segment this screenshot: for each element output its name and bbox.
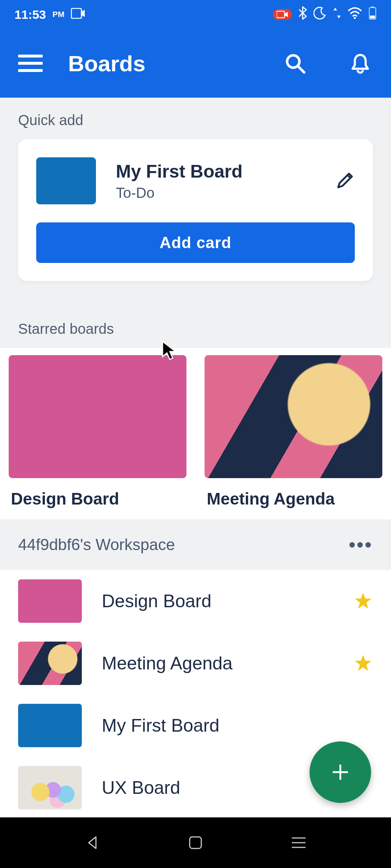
starred-board-thumb (205, 355, 382, 478)
workspace-name: 44f9dbf6's Workspace (18, 536, 175, 554)
battery-icon (369, 6, 377, 23)
quick-add-label: Quick add (0, 98, 391, 139)
starred-board-title: Design Board (9, 478, 186, 519)
svg-line-7 (298, 66, 304, 72)
search-button[interactable] (282, 51, 308, 76)
board-title: My First Board (102, 715, 373, 736)
board-title: Design Board (102, 591, 333, 612)
board-row[interactable]: Meeting Agenda (0, 632, 391, 694)
dnd-moon-icon (314, 7, 327, 22)
svg-rect-5 (370, 16, 375, 18)
quick-add-board-row[interactable]: My First Board To-Do (36, 157, 355, 204)
bluetooth-icon (298, 6, 307, 23)
starred-boards-strip[interactable]: Design Board Meeting Agenda (0, 348, 391, 519)
status-bar: 11:53 PM (0, 0, 391, 29)
status-left: 11:53 PM (14, 8, 85, 22)
home-button[interactable] (185, 832, 206, 854)
starred-board-title: Meeting Agenda (205, 478, 382, 519)
data-icon (333, 7, 341, 22)
starred-board-card[interactable]: Meeting Agenda (205, 355, 382, 519)
board-title: Meeting Agenda (102, 653, 333, 674)
svg-rect-4 (371, 7, 374, 8)
svg-rect-11 (190, 837, 201, 848)
status-right (273, 6, 377, 23)
quick-add-info: My First Board To-Do (116, 161, 315, 201)
board-thumb (18, 766, 82, 809)
svg-rect-1 (277, 11, 285, 18)
quick-add-board-title: My First Board (116, 161, 315, 182)
star-icon[interactable] (353, 654, 373, 673)
star-icon[interactable] (353, 591, 373, 611)
workspace-menu-button[interactable]: ••• (349, 534, 373, 556)
back-button[interactable] (81, 832, 103, 854)
add-card-button[interactable]: Add card (36, 222, 355, 263)
quick-add-list-name: To-Do (116, 185, 315, 201)
svg-rect-0 (71, 8, 81, 18)
starred-board-thumb (9, 355, 186, 478)
wifi-icon (348, 7, 362, 22)
board-thumb (18, 579, 82, 623)
quick-add-board-thumb (36, 157, 96, 204)
starred-board-card[interactable]: Design Board (9, 355, 186, 519)
screencast-icon (71, 8, 85, 22)
starred-boards-label: Starred boards (0, 306, 391, 348)
status-time: 11:53 (14, 8, 46, 22)
page-title: Boards (68, 51, 257, 76)
system-nav-bar (0, 817, 391, 868)
create-fab[interactable] (310, 741, 371, 803)
status-ampm: PM (52, 10, 64, 19)
board-row[interactable]: Design Board (0, 570, 391, 632)
recording-badge-icon (273, 9, 292, 20)
menu-button[interactable] (18, 55, 43, 72)
edit-button[interactable] (335, 171, 355, 191)
svg-point-2 (354, 17, 356, 19)
notifications-button[interactable] (348, 51, 373, 76)
cursor-icon (161, 340, 179, 363)
workspace-header[interactable]: 44f9dbf6's Workspace ••• (0, 519, 391, 570)
board-thumb (18, 704, 82, 747)
board-thumb (18, 642, 82, 685)
recents-button[interactable] (288, 832, 310, 854)
quick-add-card: My First Board To-Do Add card (18, 139, 373, 281)
app-bar: Boards (0, 29, 391, 98)
